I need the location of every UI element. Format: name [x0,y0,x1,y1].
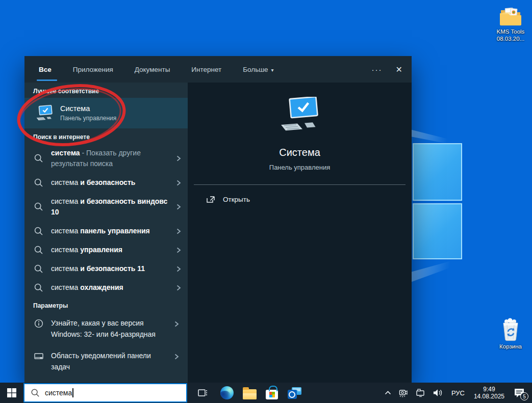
suggestion-completion: панель управления [80,227,150,235]
tray-expand-button[interactable] [381,383,395,403]
search-icon [33,226,44,236]
taskbar: система [0,383,532,403]
chevron-right-icon[interactable] [174,284,183,291]
task-view-icon [197,388,208,397]
chevron-right-icon[interactable] [172,320,181,328]
chevron-up-icon [385,391,391,395]
search-suggestion[interactable]: система и безопасность [24,173,188,192]
suggestion-typed: система [51,227,80,235]
ethernet-icon [415,389,425,397]
search-icon [33,283,44,293]
language-indicator[interactable]: РУС [447,389,469,397]
clock-date: 14.08.2025 [474,393,504,400]
settings-result[interactable]: Узнайте, какая у вас версия Windows: 32-… [24,312,188,345]
desktop-icon-recycle-bin[interactable]: Корзина [491,318,530,350]
open-action[interactable]: Открыть [206,195,250,204]
chevron-right-icon[interactable] [174,155,183,162]
preview-subtitle: Панель управления [269,164,330,171]
settings-result-label: Узнайте, какая у вас версия Windows: 32-… [51,317,172,340]
system-check-icon [35,104,53,122]
volume-button[interactable] [429,383,447,403]
outlook-icon [288,387,301,399]
clock[interactable]: 9:49 14.08.2025 [469,386,509,400]
suggestion-completion: охлаждения [80,283,123,291]
search-suggestion[interactable]: система управления [24,240,188,259]
meet-now-button[interactable] [395,383,412,403]
search-results-panel: Все Приложения Документы Интернет Больше… [24,56,412,383]
camera-icon [398,389,408,397]
tab-web[interactable]: Интернет [190,64,222,75]
desktop-icon-label: KMS Tools 08.03.20... [491,28,530,42]
search-icon [33,153,44,164]
search-suggestion[interactable]: система охлаждения [24,278,188,297]
taskbar-area-icon [33,351,44,361]
folder-icon [499,6,522,26]
search-suggestion[interactable]: система - Показать другие результаты пои… [24,144,188,173]
suggestion-typed: система [51,283,80,291]
search-results-list: Лучшее соответствие Система Панель управ… [24,83,188,383]
suggestion-typed: система [51,197,80,205]
tab-all[interactable]: Все [38,64,53,75]
text-cursor [72,388,73,397]
open-external-icon [206,195,216,204]
tab-more[interactable]: Больше▾ [242,64,274,75]
search-icon [33,178,44,188]
taskbar-search-input[interactable]: система [23,383,187,402]
system-tray: РУС 9:49 14.08.2025 5 [381,383,532,403]
best-match-title: Система [60,104,116,113]
windows-logo-pane [413,203,462,259]
open-action-label: Открыть [223,196,250,203]
chevron-right-icon[interactable] [172,353,181,360]
tab-apps[interactable]: Приложения [72,64,114,75]
task-view-button[interactable] [191,383,214,403]
windows-logo-pane [413,143,462,201]
desktop-icon-label: Корзина [491,343,530,350]
search-icon [33,245,44,255]
search-suggestion[interactable]: система и безопасность виндовс 10 [24,192,188,222]
action-center-button[interactable]: 5 [509,383,532,403]
start-button[interactable] [0,383,23,403]
suggestion-typed: система [51,246,80,254]
store-icon [266,390,278,399]
search-filter-tabs: Все Приложения Документы Интернет Больше… [24,56,412,83]
recycle-bin-icon [499,318,522,341]
chevron-down-icon: ▾ [271,67,274,73]
preview-title: Система [279,147,320,158]
search-input-value: система [45,389,72,397]
close-icon[interactable]: ✕ [396,65,402,74]
settings-result-label: Область уведомлений панели задач [51,350,172,372]
chevron-right-icon[interactable] [174,228,183,235]
file-explorer-icon [243,389,257,399]
chevron-right-icon[interactable] [174,203,183,210]
search-suggestion[interactable]: система и безопасность 11 [24,259,188,278]
notification-count-badge: 5 [520,392,528,400]
tab-more-label: Больше [243,66,268,73]
settings-result[interactable]: Укажите, должна ли система [24,378,188,383]
suggestion-typed: система [51,149,80,157]
file-explorer-button[interactable] [238,383,261,403]
suggestion-completion: и безопасность [80,178,135,186]
best-match-subtitle: Панель управления [60,115,116,122]
chevron-right-icon[interactable] [174,265,183,273]
section-settings: Параметры [24,297,188,312]
best-match-result-system[interactable]: Система Панель управления [24,98,188,128]
desktop-icon-kms-tools[interactable]: KMS Tools 08.03.20... [491,6,530,42]
options-ellipsis-button[interactable]: ··· [372,65,383,74]
network-button[interactable] [412,383,429,403]
search-icon [31,388,40,397]
suggestion-typed: система [51,264,80,273]
suggestion-completion: управления [80,246,122,254]
section-best-match: Лучшее соответствие [24,83,188,98]
search-suggestion[interactable]: система панель управления [24,222,188,240]
outlook-button[interactable] [283,383,306,403]
screen: KMS Tools 08.03.20... Корзина Все Прилож… [0,0,532,403]
windows-logo-icon [7,388,16,397]
settings-result[interactable]: Область уведомлений панели задач [24,345,188,378]
microsoft-store-button[interactable] [261,383,283,403]
chevron-right-icon[interactable] [174,179,183,186]
tab-documents[interactable]: Документы [134,64,171,75]
edge-button[interactable] [216,383,238,403]
chevron-right-icon[interactable] [174,247,183,254]
clock-time: 9:49 [474,386,504,393]
edge-icon [220,386,234,399]
